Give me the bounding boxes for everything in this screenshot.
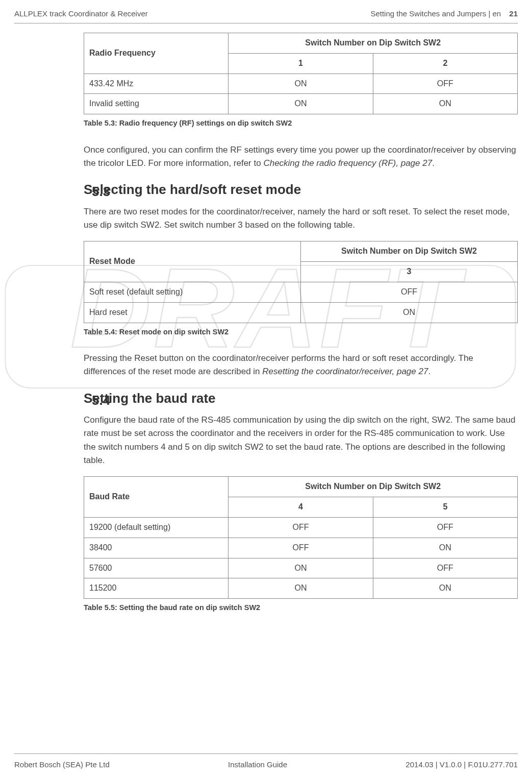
paragraph-reset-button: Pressing the Reset button on the coordin…	[84, 352, 518, 379]
col-baud-rate: Baud Rate	[84, 477, 229, 518]
section-number-5-3: 5.3	[92, 181, 110, 202]
col-switch-5: 5	[373, 497, 517, 518]
header-doc-title: ALLPLEX track Coordinator & Receiver	[14, 9, 148, 18]
table-row: 433.42 MHz ON OFF	[84, 74, 518, 94]
table-caption-5-3: Table 5.3: Radio frequency (RF) settings…	[84, 117, 518, 129]
table-caption-5-4: Table 5.4: Reset mode on dip switch SW2	[84, 326, 518, 337]
paragraph-reset-intro: There are two reset modes for the coordi…	[84, 205, 518, 232]
paragraph-baud-intro: Configure the baud rate of the RS-485 co…	[84, 413, 518, 467]
page-number: 21	[509, 9, 518, 18]
table-row: 57600 ON OFF	[84, 558, 518, 578]
col-switch-number-sw2: Switch Number on Dip Switch SW2	[229, 477, 518, 497]
col-switch-1: 1	[229, 53, 373, 74]
page-footer: Robert Bosch (SEA) Pte Ltd Installation …	[14, 753, 518, 769]
table-reset-mode: Reset Mode Switch Number on Dip Switch S…	[84, 241, 518, 323]
heading-reset-mode: Selecting the hard/soft reset mode	[84, 179, 518, 200]
paragraph-rf-confirm: Once configured, you can confirm the RF …	[84, 143, 518, 171]
table-row: Invalid setting ON ON	[84, 94, 518, 114]
col-switch-number-sw2: Switch Number on Dip Switch SW2	[301, 241, 518, 262]
page-header: ALLPLEX track Coordinator & Receiver Set…	[14, 9, 518, 23]
table-row: 115200 ON ON	[84, 578, 518, 599]
table-row: Soft reset (default setting) OFF	[84, 282, 518, 302]
table-radio-frequency: Radio Frequency Switch Number on Dip Swi…	[84, 33, 518, 114]
section-number-5-4: 5.4	[92, 390, 110, 410]
col-switch-3: 3	[301, 262, 518, 282]
col-radio-frequency: Radio Frequency	[84, 33, 229, 74]
col-reset-mode: Reset Mode	[84, 241, 301, 282]
footer-doc-type: Installation Guide	[228, 760, 287, 769]
col-switch-4: 4	[229, 497, 373, 518]
table-row: 19200 (default setting) OFF OFF	[84, 517, 518, 538]
col-switch-2: 2	[373, 53, 517, 74]
heading-baud-rate: Setting the baud rate	[84, 388, 518, 408]
table-row: 38400 OFF ON	[84, 538, 518, 558]
footer-docid: 2014.03 | V1.0.0 | F.01U.277.701	[406, 760, 518, 769]
table-caption-5-5: Table 5.5: Setting the baud rate on dip …	[84, 602, 518, 613]
col-switch-number-sw2: Switch Number on Dip Switch SW2	[229, 33, 518, 54]
footer-company: Robert Bosch (SEA) Pte Ltd	[14, 760, 110, 769]
header-section-label: Setting the Switches and Jumpers | en 21	[370, 9, 518, 18]
table-baud-rate: Baud Rate Switch Number on Dip Switch SW…	[84, 476, 518, 599]
table-row: Hard reset ON	[84, 302, 518, 323]
